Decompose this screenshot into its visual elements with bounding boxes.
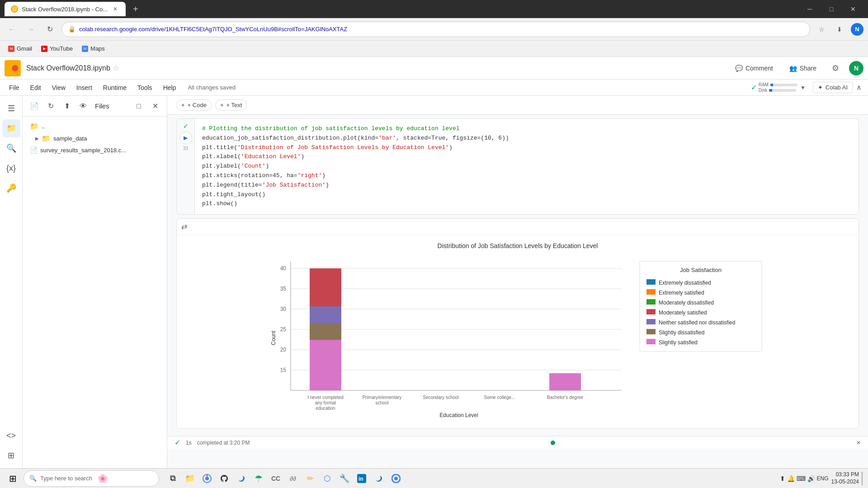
- chrome-taskbar-button[interactable]: [199, 470, 215, 487]
- menu-edit[interactable]: Edit: [26, 82, 46, 93]
- comment-button[interactable]: 💬 Comment: [730, 62, 778, 75]
- close-status-button[interactable]: ✕: [856, 440, 861, 446]
- svg-text:Job Satisfaction: Job Satisfaction: [680, 267, 722, 273]
- folder-icon: 📁: [30, 122, 39, 131]
- close-button[interactable]: ✕: [843, 2, 863, 16]
- tab-title: Stack Overflow2018.ipynb - Co...: [22, 6, 108, 13]
- survey-file-label: survey_results_sample_2018.c...: [40, 147, 126, 154]
- connected-checkmark-icon: ✓: [751, 83, 757, 92]
- back-button[interactable]: ←: [5, 22, 19, 37]
- file-item-survey[interactable]: 📄 survey_results_sample_2018.c...: [26, 145, 163, 155]
- svg-text:Slightly satisfied: Slightly satisfied: [659, 339, 698, 346]
- sidebar-content: 📁 .. ▶ 📁 sample_data 📄 survey_results_sa…: [23, 117, 167, 474]
- edge2-taskbar-button[interactable]: [371, 470, 387, 487]
- taskbar-btn-8[interactable]: 🔧: [336, 470, 353, 487]
- user-avatar[interactable]: N: [849, 61, 863, 75]
- minimize-button[interactable]: ─: [799, 2, 820, 16]
- variables-icon[interactable]: {x}: [2, 159, 20, 177]
- refresh-files-button[interactable]: ↻: [43, 99, 58, 113]
- search-icon: 🔍: [29, 475, 37, 482]
- time-display[interactable]: 03:33 PM 13-05-2024: [831, 471, 859, 485]
- search-icon[interactable]: 🔍: [2, 139, 20, 157]
- sidebar-toggle-icon[interactable]: ☰: [2, 99, 20, 117]
- add-code-button[interactable]: + + Code: [176, 99, 212, 111]
- new-tab-button[interactable]: +: [129, 2, 142, 16]
- start-button[interactable]: ⊞: [4, 470, 22, 487]
- tab-close-button[interactable]: ✕: [111, 5, 119, 13]
- system-icons: ⬆ 🔔 ⌨ 🔊 ENG: [780, 475, 829, 482]
- close-sidebar-button[interactable]: ✕: [148, 99, 162, 113]
- green-taskbar-button[interactable]: ☂: [250, 470, 267, 487]
- menu-tools[interactable]: Tools: [133, 82, 157, 93]
- colab-ai-button[interactable]: ✦ Colab AI: [813, 82, 853, 93]
- chrome2-taskbar-button[interactable]: [388, 470, 404, 487]
- share-icon: 👥: [789, 65, 797, 72]
- new-file-button[interactable]: 📄: [27, 99, 42, 113]
- cell-content[interactable]: # Plotting the distribution of job satis…: [195, 119, 859, 214]
- download-button[interactable]: ⬇: [833, 23, 846, 36]
- settings-button[interactable]: ⚙: [827, 60, 844, 76]
- new-folder-button[interactable]: □: [132, 99, 146, 113]
- completion-text: completed at 3:20 PM: [197, 440, 250, 446]
- table-icon[interactable]: ⊞: [2, 446, 20, 465]
- sidebar: 📄 ↻ ⬆ 👁 Files □ ✕ 📁 .. ▶ 📁 sample_d: [23, 96, 167, 488]
- ram-disk-indicator: RAM Disk: [759, 82, 797, 93]
- code-comment-line: # Plotting the distribution of job satis…: [202, 125, 460, 132]
- menu-file[interactable]: File: [5, 82, 24, 93]
- execution-time: 1s: [186, 440, 192, 446]
- add-text-button[interactable]: + + Text: [215, 99, 247, 111]
- bookmark-youtube[interactable]: ▶ YouTube: [38, 43, 76, 54]
- taskview-button[interactable]: ⧉: [165, 470, 181, 487]
- run-cell-button[interactable]: ▶: [179, 131, 192, 144]
- github-taskbar-button[interactable]: [216, 470, 232, 487]
- refresh-button[interactable]: ↻: [42, 22, 57, 37]
- secrets-icon[interactable]: 🔑: [2, 179, 20, 197]
- network-icon[interactable]: ⬆: [780, 475, 785, 482]
- refresh-output-icon[interactable]: ⇄: [181, 222, 187, 231]
- cc-taskbar-button[interactable]: CC: [268, 470, 284, 487]
- execution-checkmark-icon: ✓: [175, 438, 180, 447]
- files-taskbar-button[interactable]: 📁: [182, 470, 198, 487]
- code-snippets-icon[interactable]: <>: [2, 427, 20, 445]
- svg-text:Moderately dissatisfied: Moderately dissatisfied: [659, 300, 714, 306]
- browser-tab[interactable]: Stack Overflow2018.ipynb - Co... ✕: [5, 2, 126, 16]
- menu-runtime[interactable]: Runtime: [99, 82, 131, 93]
- taskbar-search[interactable]: 🔍 Type here to search 🌸: [24, 470, 159, 487]
- volume-icon[interactable]: 🔊: [807, 475, 815, 482]
- bookmark-button[interactable]: ☆: [815, 23, 828, 36]
- maximize-button[interactable]: □: [821, 2, 842, 16]
- menu-view[interactable]: View: [47, 82, 70, 93]
- share-button[interactable]: 👥 Share: [784, 62, 822, 75]
- resource-dropdown[interactable]: ▼: [800, 84, 806, 91]
- files-icon[interactable]: 📁: [2, 119, 20, 137]
- bookmark-maps[interactable]: M Maps: [78, 43, 108, 54]
- profile-avatar[interactable]: N: [851, 23, 863, 36]
- bar-neither-1: [310, 306, 341, 323]
- hide-sidebar-button[interactable]: 👁: [76, 99, 90, 113]
- upload-file-button[interactable]: ⬆: [60, 99, 74, 113]
- notification-icon[interactable]: 🔔: [787, 475, 795, 482]
- bookmark-gmail[interactable]: M Gmail: [5, 43, 36, 54]
- keyboard-icon[interactable]: ⌨: [797, 475, 806, 482]
- svg-rect-30: [646, 289, 656, 295]
- file-item-sample-data[interactable]: ▶ 📁 sample_data: [26, 132, 163, 145]
- star-icon[interactable]: ☆: [113, 64, 119, 72]
- expand-triangle-icon: ▶: [35, 136, 39, 141]
- expand-button[interactable]: ∧: [854, 81, 863, 94]
- colab-ai-icon: ✦: [818, 84, 823, 91]
- yellow-taskbar-button[interactable]: ✏: [302, 470, 318, 487]
- svg-rect-34: [646, 309, 656, 314]
- url-text: colab.research.google.com/drive/1KHLTFl6…: [79, 26, 803, 33]
- edge-taskbar-button[interactable]: [233, 470, 250, 487]
- lock-icon: 🔒: [68, 26, 75, 33]
- url-bar[interactable]: 🔒 colab.research.google.com/drive/1KHLTF…: [61, 22, 810, 37]
- menu-help[interactable]: Help: [159, 82, 181, 93]
- menu-insert[interactable]: Insert: [72, 82, 97, 93]
- bar-slightly-satisfied-1: [310, 340, 341, 390]
- forward-button[interactable]: →: [24, 22, 38, 37]
- linkedin-taskbar-button[interactable]: in: [354, 470, 370, 487]
- file-item-parent[interactable]: 📁 ..: [26, 120, 163, 132]
- blue-taskbar-button[interactable]: ⬡: [319, 470, 335, 487]
- ae-taskbar-button[interactable]: ∂∂: [285, 470, 301, 487]
- show-desktop-button[interactable]: [862, 472, 864, 485]
